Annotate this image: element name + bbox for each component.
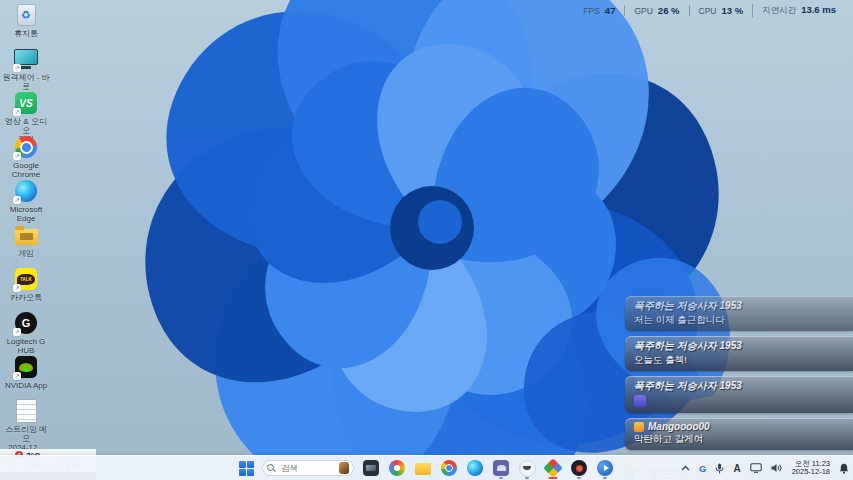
chat-message: 폭주하는 저승사자 1953 — [625, 376, 853, 413]
icon-label: NVIDIA App — [5, 381, 47, 390]
chat-username: 폭주하는 저승사자 1953 — [634, 339, 742, 353]
search-box[interactable] — [262, 460, 354, 476]
gpu-label: GPU — [634, 6, 652, 16]
taskbar-app-pinwheel[interactable] — [544, 459, 562, 477]
cpu-value: 13 % — [721, 5, 743, 16]
start-button[interactable] — [239, 461, 254, 476]
desktop-icon-recycle-bin[interactable]: ♻ 휴지통 — [2, 2, 50, 38]
folder-icon — [13, 222, 39, 248]
chevron-up-icon[interactable] — [681, 465, 690, 471]
icon-label: Microsoft Edge — [10, 205, 42, 223]
notepad-file-icon — [13, 398, 39, 424]
desktop-icon-nvidia-app[interactable]: ↗ NVIDIA App — [2, 354, 50, 390]
chat-text: 막탄하고 갈게여 — [634, 433, 844, 446]
desktop-icon-logitech-ghub[interactable]: G↗ Logitech G HUB — [2, 310, 50, 355]
desktop-icon-game-folder[interactable]: 게임 — [2, 222, 50, 258]
system-tray: G A 오전 11:23 2025-12-18 — [681, 456, 849, 480]
performance-overlay: FPS47 GPU26 % CPU13 % 지연시간13.6 ms — [574, 4, 845, 17]
taskbar-app-file-explorer[interactable] — [414, 459, 432, 477]
recycle-bin-icon: ♻ — [13, 2, 39, 28]
icon-label: Google Chrome — [12, 161, 40, 179]
latency-label: 지연시간 — [762, 5, 796, 17]
chat-username: 폭주하는 저승사자 1953 — [634, 299, 742, 313]
desktop-icon-edge[interactable]: ↗ Microsoft Edge — [2, 178, 50, 223]
taskbar-app-laptop[interactable] — [362, 459, 380, 477]
chat-username: 폭주하는 저승사자 1953 — [634, 379, 742, 393]
cpu-label: CPU — [699, 6, 717, 16]
icon-label: 게임 — [18, 249, 34, 258]
search-daily-image[interactable] — [339, 462, 349, 474]
chat-message: 폭주하는 저승사자 1953 오늘도 출첵! — [625, 336, 853, 371]
fps-value: 47 — [605, 5, 616, 16]
ime-indicator[interactable]: A — [733, 463, 740, 474]
chat-overlay: 폭주하는 저승사자 1953 저는 이제 출근합니다 폭주하는 저승사자 195… — [625, 296, 853, 480]
latency-value: 13.6 ms — [801, 4, 836, 15]
taskbar-app-messenger[interactable] — [518, 459, 536, 477]
desktop-icon-kakaotalk[interactable]: TALK↗ 카카오톡 — [2, 266, 50, 302]
icon-label: 카카오톡 — [10, 293, 42, 302]
edge-icon: ↗ — [13, 178, 39, 204]
desktop-icon-chrome[interactable]: ↗ Google Chrome — [2, 134, 50, 179]
taskbar-app-obs[interactable] — [570, 459, 588, 477]
logitech-g-icon: G↗ — [13, 310, 39, 336]
gpu-value: 26 % — [658, 5, 680, 16]
taskbar-app-chrome[interactable] — [440, 459, 458, 477]
icon-label: 스트리밍 메모 2024-12... — [2, 425, 50, 452]
chat-text — [634, 394, 844, 409]
volume-icon[interactable] — [771, 463, 783, 473]
search-icon — [267, 464, 275, 472]
subscriber-badge-icon — [634, 422, 644, 432]
taskbar-app-media-player[interactable] — [596, 459, 614, 477]
emote-icon — [634, 395, 646, 407]
nvidia-icon: ↗ — [13, 354, 39, 380]
taskbar-app-edge[interactable] — [466, 459, 484, 477]
chrome-icon: ↗ — [13, 134, 39, 160]
icon-label: 휴지통 — [14, 29, 38, 38]
kakaotalk-icon: TALK↗ — [13, 266, 39, 292]
display-cast-icon[interactable] — [750, 463, 762, 473]
icon-label: Logitech G HUB — [7, 337, 46, 355]
taskbar: G A 오전 11:23 2025-12-18 — [0, 455, 853, 480]
chat-text: 오늘도 출첵! — [634, 354, 844, 367]
clock[interactable]: 오전 11:23 2025-12-18 — [792, 460, 830, 477]
clock-date: 2025-12-18 — [792, 468, 830, 477]
taskbar-app-photos[interactable] — [388, 459, 406, 477]
fps-label: FPS — [583, 6, 600, 16]
desktop-icon-text-file[interactable]: 스트리밍 메모 2024-12... — [2, 398, 50, 452]
chat-username: Mangoooo00 — [648, 421, 710, 432]
taskbar-app-teams[interactable] — [492, 459, 510, 477]
microphone-icon[interactable] — [715, 463, 724, 474]
tray-app-g-icon[interactable]: G — [699, 463, 706, 474]
chat-message: Mangoooo00 막탄하고 갈게여 — [625, 418, 853, 450]
video-editor-icon: VS↗ — [13, 90, 39, 116]
search-input[interactable] — [279, 462, 335, 474]
monitor-icon: ↗ — [13, 46, 39, 72]
chat-text: 저는 이제 출근합니다 — [634, 314, 844, 327]
chat-message: 폭주하는 저승사자 1953 저는 이제 출근합니다 — [625, 296, 853, 331]
notification-bell-icon[interactable] — [839, 463, 849, 474]
